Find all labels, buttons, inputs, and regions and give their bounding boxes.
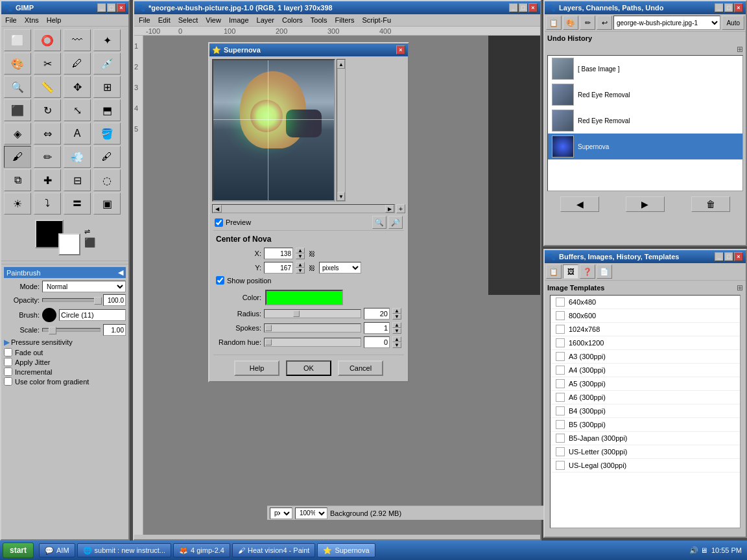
menu-layer-main[interactable]: Layer — [255, 16, 277, 25]
channels-icon-btn[interactable]: 🎨 — [563, 16, 578, 30]
menu-tools-main[interactable]: Tools — [309, 16, 329, 25]
tool-ink[interactable]: 🖋 — [93, 146, 121, 168]
opacity-slider[interactable] — [42, 298, 101, 302]
taskbar-aim[interactable]: 💬 AIM — [39, 543, 75, 557]
tool-heal[interactable]: ✚ — [34, 169, 61, 191]
tool-dodge-burn[interactable]: ☀ — [4, 192, 31, 215]
template-1024x768[interactable]: 1024x768 — [551, 323, 740, 336]
menu-file[interactable]: File — [4, 16, 18, 25]
options-expand-icon[interactable]: ◀ — [118, 268, 123, 277]
tool-eraser[interactable]: ▣ — [93, 192, 121, 215]
menu-help[interactable]: Help — [45, 16, 63, 25]
undo-list[interactable]: [ Base Image ] Red Eye Removal Red Eye R… — [547, 55, 743, 191]
scale-slider[interactable] — [42, 328, 101, 332]
tool-scissors[interactable]: ✂ — [34, 52, 61, 75]
taskbar-paint[interactable]: 🖌 Heat vision4 - Paint — [232, 543, 315, 557]
scale-value[interactable] — [103, 324, 126, 336]
tool-fuzzy-select[interactable]: ✦ — [93, 29, 121, 51]
fade-checkbox[interactable] — [4, 348, 12, 356]
jitter-checkbox[interactable] — [4, 358, 12, 366]
y-input[interactable] — [264, 262, 293, 274]
undo-back-btn[interactable]: ◀ — [560, 196, 599, 212]
undo-icon-btn[interactable]: ↩ — [597, 16, 612, 30]
tool-rotate[interactable]: ↻ — [34, 99, 61, 121]
y-spin-up[interactable]: ▲ — [296, 262, 305, 268]
spokes-slider[interactable] — [264, 323, 361, 332]
hscroll-left-btn[interactable]: ◀ — [213, 205, 222, 213]
y-spin-down[interactable]: ▼ — [296, 268, 305, 274]
toolbox-minimize-btn[interactable]: _ — [97, 3, 106, 12]
preview-checkbox[interactable] — [215, 218, 223, 227]
supernova-close-btn[interactable]: × — [396, 45, 405, 54]
pressure-expand[interactable]: ▶ — [4, 338, 10, 347]
radius-value[interactable] — [364, 308, 390, 320]
tool-clone[interactable]: ⧉ — [4, 169, 31, 191]
undo-item-redeye2[interactable]: Red Eye Removal — [548, 108, 742, 134]
start-button[interactable]: start — [3, 542, 34, 558]
undo-item-supernova[interactable]: Supernova — [548, 134, 742, 159]
scroll-corner[interactable]: + — [396, 204, 405, 213]
templates-list[interactable]: 640x480 800x600 1024x768 1600x1200 A3 (3… — [550, 295, 741, 528]
unit-dropdown[interactable]: px — [270, 508, 292, 519]
tool-paintbrush[interactable]: 🖌 — [4, 146, 31, 168]
spokes-value[interactable] — [364, 322, 390, 334]
x-input[interactable] — [264, 248, 293, 259]
opacity-value[interactable] — [103, 294, 126, 306]
vscroll-up-btn[interactable]: ▲ — [337, 60, 345, 69]
menu-filters-main[interactable]: Filters — [333, 16, 357, 25]
tool-move[interactable]: ✥ — [64, 76, 91, 98]
toolbox-maximize-btn[interactable]: □ — [107, 3, 116, 12]
mode-dropdown[interactable]: Normal — [42, 281, 126, 292]
main-minimize-btn[interactable]: _ — [509, 3, 518, 12]
undo-forward-btn[interactable]: ▶ — [626, 196, 665, 212]
template-usletter[interactable]: US-Letter (300ppi) — [551, 445, 740, 459]
brush-preview[interactable] — [42, 308, 56, 322]
main-close-btn[interactable]: × — [528, 3, 538, 12]
tool-align[interactable]: ⊞ — [93, 76, 121, 98]
preview-hscroll[interactable]: ◀ ▶ — [212, 204, 395, 213]
spokes-spin-down[interactable]: ▼ — [392, 328, 401, 334]
canvas[interactable]: ⭐ Supernova × — [143, 36, 540, 535]
buffers-minimize-btn[interactable]: _ — [715, 252, 724, 261]
menu-image-main[interactable]: Image — [227, 16, 251, 25]
layers-maximize-btn[interactable]: □ — [724, 3, 733, 12]
tool-zoom[interactable]: 🔍 — [4, 76, 31, 98]
unit-select[interactable]: pixels — [319, 262, 361, 274]
layer-name-dropdown[interactable]: george-w-bush-picture.jpg-1 — [613, 16, 720, 30]
menu-view-main[interactable]: View — [204, 16, 223, 25]
template-b4[interactable]: B4 (300ppi) — [551, 404, 740, 418]
main-maximize-btn[interactable]: □ — [519, 3, 528, 12]
template-640x480[interactable]: 640x480 — [551, 296, 740, 309]
menu-scriptfu-main[interactable]: Script-Fu — [360, 16, 393, 25]
x-spin-up[interactable]: ▲ — [296, 248, 305, 253]
template-a5[interactable]: A5 (300ppi) — [551, 377, 740, 391]
template-a4[interactable]: A4 (300ppi) — [551, 364, 740, 377]
radius-spin-down[interactable]: ▼ — [392, 314, 401, 320]
tool-perspective[interactable]: ◈ — [4, 122, 31, 145]
layers-icon-btn[interactable]: 📋 — [546, 16, 562, 30]
ok-button[interactable]: OK — [286, 360, 331, 376]
gradient-checkbox[interactable] — [4, 377, 12, 386]
template-b5japan[interactable]: B5-Japan (300ppi) — [551, 432, 740, 445]
undo-delete-btn[interactable]: 🗑 — [691, 196, 730, 212]
taskbar-gimp[interactable]: 🦊 4 gimp-2.4 — [173, 543, 230, 557]
templates-expand-icon[interactable]: ⊞ — [737, 283, 743, 292]
random-hue-value[interactable] — [364, 336, 390, 348]
template-uslegal[interactable]: US-Legal (300ppi) — [551, 459, 740, 472]
layers-minimize-btn[interactable]: _ — [715, 3, 724, 12]
reset-colors-icon[interactable]: ⬛ — [84, 237, 95, 248]
tool-convolve[interactable]: 〓 — [64, 192, 91, 215]
random-hue-spin-up[interactable]: ▲ — [392, 336, 401, 342]
template-a6[interactable]: A6 (300ppi) — [551, 391, 740, 404]
random-hue-slider[interactable] — [264, 338, 361, 347]
zoom-dropdown[interactable]: 100% — [295, 508, 327, 519]
taskbar-submit[interactable]: 🌐 submit : new instruct... — [77, 543, 171, 557]
cancel-button[interactable]: Cancel — [338, 360, 383, 376]
incremental-checkbox[interactable] — [4, 368, 12, 376]
radius-slider[interactable] — [264, 309, 361, 318]
template-b5[interactable]: B5 (300ppi) — [551, 418, 740, 432]
tool-pencil[interactable]: ✏ — [34, 146, 61, 168]
menu-edit-main[interactable]: Edit — [156, 16, 172, 25]
show-position-checkbox[interactable] — [216, 276, 224, 285]
color-swatch-btn[interactable] — [265, 290, 343, 305]
